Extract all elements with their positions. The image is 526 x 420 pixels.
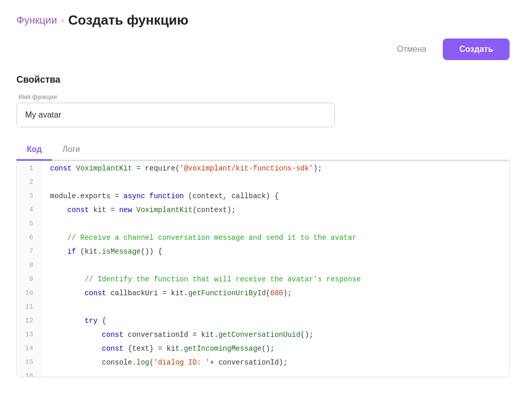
code-scroll-area[interactable]: 1const VoximplantKit = require('@voximpl… bbox=[17, 161, 509, 377]
breadcrumb-separator: › bbox=[61, 15, 64, 26]
breadcrumb: Функции › Создать функцию bbox=[16, 12, 510, 28]
tab-code[interactable]: Код bbox=[16, 140, 52, 161]
table-row: 8 bbox=[17, 258, 509, 272]
line-number: 5 bbox=[17, 217, 42, 231]
line-code bbox=[42, 258, 509, 272]
line-number: 6 bbox=[17, 231, 42, 244]
action-bar: Отмена Создать bbox=[16, 39, 510, 60]
line-number: 8 bbox=[17, 258, 42, 272]
line-number: 9 bbox=[17, 272, 42, 286]
line-number: 7 bbox=[17, 244, 42, 258]
line-number: 16 bbox=[17, 369, 42, 377]
line-number: 1 bbox=[17, 161, 42, 175]
line-code: console.log('dialog ID: '+ conversationI… bbox=[42, 355, 509, 369]
line-code: const callbackUri = kit.getFunctionUriBy… bbox=[42, 286, 509, 300]
table-row: 15 console.log('dialog ID: '+ conversati… bbox=[17, 355, 509, 369]
table-row: 16 bbox=[17, 369, 509, 377]
line-code: try { bbox=[42, 314, 509, 328]
code-editor: 1const VoximplantKit = require('@voximpl… bbox=[16, 161, 510, 377]
function-name-input[interactable] bbox=[16, 103, 335, 127]
table-row: 10 const callbackUri = kit.getFunctionUr… bbox=[17, 286, 509, 300]
line-code bbox=[42, 300, 509, 314]
line-code bbox=[42, 175, 509, 189]
breadcrumb-link[interactable]: Функции bbox=[16, 14, 57, 26]
line-number: 14 bbox=[17, 341, 42, 355]
cancel-button[interactable]: Отмена bbox=[389, 41, 435, 58]
line-code: // Receive a channel conversation messag… bbox=[42, 231, 509, 244]
table-row: 2 bbox=[17, 175, 509, 189]
table-row: 3module.exports = async function (contex… bbox=[17, 189, 509, 203]
line-number: 2 bbox=[17, 175, 42, 189]
table-row: 14 const {text} = kit.getIncomingMessage… bbox=[17, 341, 509, 355]
line-number: 15 bbox=[17, 355, 42, 369]
line-number: 12 bbox=[17, 314, 42, 328]
table-row: 12 try { bbox=[17, 314, 509, 328]
table-row: 11 bbox=[17, 300, 509, 314]
breadcrumb-current: Создать функцию bbox=[68, 12, 189, 28]
line-number: 10 bbox=[17, 286, 42, 300]
tabs: Код Логи bbox=[16, 140, 510, 161]
line-code: const {text} = kit.getIncomingMessage(); bbox=[42, 341, 509, 355]
line-code: if (kit.isMessage()) { bbox=[42, 244, 509, 258]
line-number: 13 bbox=[17, 328, 42, 341]
section-title: Свойства bbox=[16, 74, 510, 85]
table-row: 7 if (kit.isMessage()) { bbox=[17, 244, 509, 258]
line-code: const conversationId = kit.getConversati… bbox=[42, 328, 509, 341]
table-row: 1const VoximplantKit = require('@voximpl… bbox=[17, 161, 509, 175]
table-row: 4 const kit = new VoximplantKit(context)… bbox=[17, 203, 509, 217]
table-row: 9 // Identify the function that will rec… bbox=[17, 272, 509, 286]
line-code: module.exports = async function (context… bbox=[42, 189, 509, 203]
line-code: const VoximplantKit = require('@voximpla… bbox=[42, 161, 509, 175]
tab-logs[interactable]: Логи bbox=[52, 140, 90, 161]
line-number: 3 bbox=[17, 189, 42, 203]
line-code: const kit = new VoximplantKit(context); bbox=[42, 203, 509, 217]
line-number: 4 bbox=[17, 203, 42, 217]
line-code bbox=[42, 217, 509, 231]
table-row: 6 // Receive a channel conversation mess… bbox=[17, 231, 509, 244]
line-code: // Identify the function that will recei… bbox=[42, 272, 509, 286]
table-row: 5 bbox=[17, 217, 509, 231]
create-button[interactable]: Создать bbox=[443, 39, 510, 60]
line-number: 11 bbox=[17, 300, 42, 314]
line-code bbox=[42, 369, 509, 377]
code-table: 1const VoximplantKit = require('@voximpl… bbox=[17, 161, 509, 377]
function-name-group: Имя функции bbox=[16, 93, 510, 127]
table-row: 13 const conversationId = kit.getConvers… bbox=[17, 328, 509, 341]
function-name-label: Имя функции bbox=[16, 93, 510, 101]
